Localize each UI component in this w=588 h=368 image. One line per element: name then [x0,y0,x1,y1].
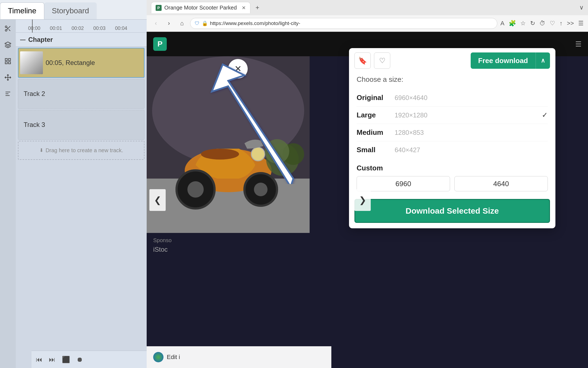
tab-timeline[interactable]: Timeline [0,2,44,19]
star-icon[interactable]: ☆ [520,20,526,27]
edit-bar[interactable]: Edit i [147,346,331,368]
close-button[interactable]: ✕ [228,59,248,79]
sponsored-area: Sponso iStoc [147,233,331,258]
menu-icon[interactable]: ☰ [578,20,584,27]
timeline-area: 00:00 00:01 00:02 00:03 00:04 — Chapter … [16,20,147,368]
svg-rect-8 [8,62,11,64]
browser-chrome: P Orange Motor Scooter Parked ✕ + ∨ ‹ › … [147,0,588,32]
chapter-header: — Chapter [16,33,147,47]
chapter-icon: — [20,36,26,43]
record-icon[interactable]: ⏺ [77,356,83,363]
next-image-button[interactable]: ❯ [354,189,371,211]
refresh-icon[interactable]: ↻ [530,20,535,27]
browser-panel: P Orange Motor Scooter Parked ✕ + ∨ ‹ › … [147,0,588,368]
istock-label: iStoc [153,246,325,253]
tool-text-icon[interactable] [2,88,14,99]
browser-tab-title: Orange Motor Scooter Parked [164,5,237,11]
browser-tab-row: P Orange Motor Scooter Parked ✕ + ∨ [147,0,588,15]
bookmark-icon: 🔖 [358,57,367,65]
playhead[interactable] [32,20,33,33]
new-tab-button[interactable]: + [253,3,262,13]
svg-point-22 [254,183,268,196]
svg-rect-7 [8,58,11,61]
tool-scissors-icon[interactable] [2,23,14,34]
chapter-label: Chapter [28,36,53,43]
track-1[interactable]: 00:05, Rectangle [18,48,144,78]
extension-icon[interactable]: 🧩 [509,20,516,27]
sponsored-label: Sponso [153,237,325,244]
drag-track-area[interactable]: ⬇ Drag here to create a new track. [18,141,144,160]
svg-point-23 [251,147,265,161]
track-2[interactable]: Track 2 [18,79,144,109]
browser-tab-active[interactable]: P Orange Motor Scooter Parked ✕ [151,2,250,13]
size-original-name: Original [357,93,395,102]
heart-button[interactable]: ♡ [374,52,390,69]
size-small-name: Small [357,146,395,154]
bookmark-button[interactable]: 🔖 [354,52,371,69]
editor-panel: Timeline Storyboard [0,0,147,368]
custom-label: Custom [357,164,548,172]
edit-icon [153,352,163,362]
custom-width-input[interactable] [357,176,450,191]
size-option-small[interactable]: Small 640×427 [357,141,548,158]
tools-sidebar [0,20,16,368]
size-medium-dims: 1280×853 [395,129,424,136]
panel-actions: 🔖 ♡ [354,52,390,69]
drag-label: Drag here to create a new track. [46,147,123,154]
free-download-chevron-icon: ∧ [536,52,550,69]
address-bar[interactable]: 🛡 🔒 https://www.pexels.com/photo/light-c… [190,18,497,29]
home-button[interactable]: ⌂ [177,18,187,28]
ruler-mark-3: 00:03 [89,26,110,31]
bottom-toolbar: ⏮ ⏭ ⬛ ⏺ [32,351,147,368]
tab-storyboard[interactable]: Storyboard [44,2,97,19]
size-large-check: ✓ [542,111,548,119]
tool-grid-icon[interactable] [2,55,14,67]
browser-tab-close[interactable]: ✕ [242,5,246,11]
custom-height-input[interactable] [454,176,548,191]
svg-rect-9 [5,62,7,64]
pexels-menu-icon[interactable]: ☰ [575,40,581,48]
history-icon[interactable]: ⏱ [539,20,545,27]
download-selected-button[interactable]: Download Selected Size [354,199,550,223]
free-download-label: Free download [471,57,536,65]
tab-dropdown-button[interactable]: ∨ [579,4,584,11]
size-option-medium[interactable]: Medium 1280×853 [357,124,548,141]
svg-point-27 [265,139,289,164]
svg-rect-6 [5,58,7,61]
svg-point-1 [5,29,7,31]
shield-icon: 🛡 [195,21,200,26]
lock-icon: 🔒 [202,20,208,26]
size-small-dims: 640×427 [395,146,420,154]
track-3[interactable]: Track 3 [18,110,144,140]
svg-line-3 [9,29,10,31]
size-option-original[interactable]: Original 6960×4640 [357,89,548,107]
size-medium-name: Medium [357,128,395,137]
svg-line-4 [7,27,8,29]
tool-move-icon[interactable] [2,72,14,83]
free-download-button[interactable]: Free download ∧ [471,52,550,69]
skip-end-icon[interactable]: ⏭ [49,356,55,363]
timeline-ruler: 00:00 00:01 00:02 00:03 00:04 [16,20,147,33]
nav-extras: A 🧩 ☆ ↻ ⏱ ♡ ↑ >> ☰ [501,20,584,27]
more-icon[interactable]: >> [567,20,574,27]
track-3-label: Track 3 [24,121,45,129]
skip-start-icon[interactable]: ⏮ [36,356,42,363]
translate-icon[interactable]: A [501,20,505,27]
track-2-label: Track 2 [24,90,45,98]
scooter-image [147,56,310,233]
svg-point-0 [5,26,7,28]
prev-image-button[interactable]: ❮ [149,189,166,211]
ruler-mark-0: 00:00 [23,26,45,31]
size-option-large[interactable]: Large 1920×1280 ✓ [357,107,548,124]
share-icon[interactable]: ↑ [559,20,562,27]
stop-icon[interactable]: ⬛ [62,356,70,363]
tool-layers-icon[interactable] [2,39,14,51]
ruler-mark-4: 00:04 [110,26,132,31]
forward-button[interactable]: › [164,18,174,28]
save-icon[interactable]: ♡ [550,20,555,27]
back-button[interactable]: ‹ [151,18,161,28]
edit-text: Edit i [167,354,180,361]
track-1-label: 00:05, Rectangle [46,59,95,67]
svg-point-20 [187,181,204,198]
ruler-mark-2: 00:02 [67,26,89,31]
